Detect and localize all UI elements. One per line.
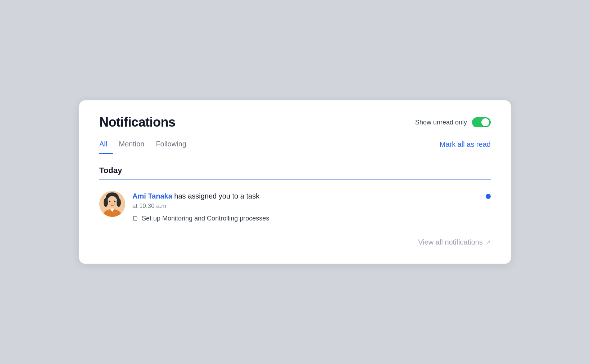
svg-point-4: [117, 198, 121, 207]
page-title: Notifications: [99, 115, 176, 130]
notification-time: at 10:30 a.m: [132, 203, 478, 210]
svg-point-6: [114, 200, 115, 202]
svg-point-7: [112, 203, 113, 204]
section-heading-today: Today: [99, 166, 491, 175]
view-all-label: View all notifications: [418, 238, 483, 246]
user-name[interactable]: Ami Tanaka: [132, 192, 172, 200]
view-all-row: View all notifications ↗: [99, 238, 491, 246]
document-icon: 🗋: [132, 215, 139, 222]
external-link-icon: ↗: [486, 238, 491, 246]
section-divider: [99, 179, 491, 179]
task-ref[interactable]: 🗋 Set up Monitoring and Controlling proc…: [132, 215, 478, 222]
today-section: Today: [99, 166, 491, 225]
svg-point-3: [104, 198, 108, 207]
notification-item[interactable]: Ami Tanaka has assigned you to a task at…: [99, 188, 491, 225]
task-label: Set up Monitoring and Controlling proces…: [142, 215, 269, 222]
notification-main: Ami Tanaka has assigned you to a task: [132, 191, 478, 201]
header-row: Notifications Show unread only: [99, 115, 491, 130]
tab-following[interactable]: Following: [150, 140, 192, 154]
notification-action: has assigned you to a task: [174, 192, 259, 200]
tab-mention[interactable]: Mention: [113, 140, 150, 154]
notifications-card: Notifications Show unread only All Menti…: [79, 100, 511, 264]
notification-content: Ami Tanaka has assigned you to a task at…: [132, 191, 478, 222]
show-unread-toggle[interactable]: [472, 117, 491, 127]
avatar: [99, 191, 125, 217]
show-unread-row: Show unread only: [415, 117, 491, 127]
show-unread-label: Show unread only: [415, 119, 467, 126]
mark-all-read-button[interactable]: Mark all as read: [440, 140, 491, 154]
svg-point-5: [109, 200, 110, 202]
view-all-link[interactable]: View all notifications ↗: [418, 238, 491, 246]
unread-dot: [486, 194, 491, 199]
tab-all[interactable]: All: [99, 140, 113, 154]
tabs-row: All Mention Following Mark all as read: [99, 140, 491, 154]
